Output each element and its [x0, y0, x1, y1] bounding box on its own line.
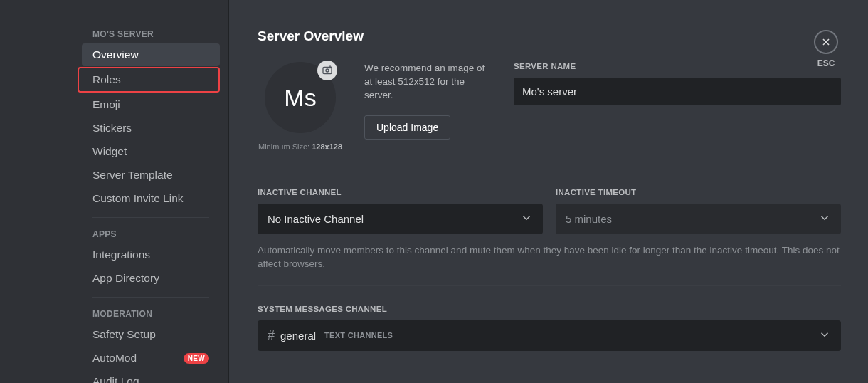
sidebar-divider [92, 217, 209, 218]
sidebar-item-label: Overview [92, 48, 139, 61]
sidebar-item-custom-invite[interactable]: Custom Invite Link [82, 187, 220, 210]
upload-image-icon[interactable] [317, 61, 337, 80]
upload-image-button[interactable]: Upload Image [364, 115, 450, 140]
inactive-help-text: Automatically move members to this chann… [258, 244, 841, 271]
divider [258, 285, 841, 286]
sidebar-divider [92, 297, 209, 298]
divider [258, 169, 841, 169]
sidebar-item-label: Roles [92, 73, 121, 86]
sidebar-item-automod[interactable]: AutoModNEW [82, 347, 220, 369]
system-channel-category: TEXT CHANNELS [324, 331, 393, 340]
sidebar-item-label: Audit Log [92, 375, 139, 383]
sidebar-item-label: Emoji [92, 98, 120, 111]
page-title: Server Overview [258, 28, 841, 44]
main-content: Server Overview Ms Minimum Size: 128x128… [229, 0, 868, 383]
chevron-down-icon [520, 211, 533, 226]
chevron-down-icon [818, 328, 831, 343]
sidebar-heading-server: MO'S SERVER [82, 25, 220, 43]
svg-point-1 [326, 69, 329, 72]
sidebar-heading-apps: APPS [82, 225, 220, 243]
sidebar-item-audit-log[interactable]: Audit Log [82, 370, 220, 383]
new-badge: NEW [184, 353, 209, 364]
close-label: ESC [817, 58, 835, 68]
inactive-timeout-select: 5 minutes [556, 204, 841, 234]
inactive-channel-label: INACTIVE CHANNEL [258, 188, 543, 196]
select-value: 5 minutes [566, 213, 612, 225]
system-messages-select[interactable]: # general TEXT CHANNELS [258, 320, 841, 351]
sidebar-item-emoji[interactable]: Emoji [82, 93, 220, 116]
select-value: No Inactive Channel [268, 213, 364, 225]
sidebar-item-widget[interactable]: Widget [82, 140, 220, 163]
system-channel-name: general [280, 330, 316, 342]
sidebar-item-label: App Directory [92, 272, 159, 285]
sidebar: MO'S SERVER Overview Roles Emoji Sticker… [0, 0, 229, 383]
sidebar-item-label: Stickers [92, 122, 132, 135]
server-name-label: SERVER NAME [514, 62, 841, 70]
sidebar-item-label: Server Template [92, 169, 173, 182]
sidebar-item-stickers[interactable]: Stickers [82, 117, 220, 140]
sidebar-item-server-template[interactable]: Server Template [82, 164, 220, 187]
server-avatar[interactable]: Ms [265, 62, 336, 133]
inactive-timeout-label: INACTIVE TIMEOUT [556, 188, 841, 196]
sidebar-heading-moderation: MODERATION [82, 305, 220, 323]
sidebar-item-label: Widget [92, 145, 127, 158]
close-icon [814, 30, 838, 54]
chevron-down-icon [818, 211, 831, 226]
sidebar-item-safety-setup[interactable]: Safety Setup [82, 323, 220, 346]
sidebar-item-overview[interactable]: Overview [82, 43, 220, 66]
sidebar-item-app-directory[interactable]: App Directory [82, 267, 220, 290]
close-button[interactable]: ESC [814, 30, 838, 68]
hash-icon: # [268, 328, 275, 343]
sidebar-item-integrations[interactable]: Integrations [82, 243, 220, 266]
server-name-input[interactable] [514, 78, 841, 105]
system-messages-label: SYSTEM MESSAGES CHANNEL [258, 305, 841, 313]
sidebar-item-roles[interactable]: Roles [78, 67, 220, 93]
sidebar-item-label: Custom Invite Link [92, 192, 184, 205]
min-size-text: Minimum Size: 128x128 [258, 142, 342, 151]
sidebar-item-label: AutoMod [92, 352, 137, 364]
avatar-initials: Ms [284, 84, 316, 112]
sidebar-item-label: Integrations [92, 248, 150, 261]
sidebar-item-label: Safety Setup [92, 328, 156, 341]
recommend-text: We recommend an image of at least 512x51… [364, 62, 492, 103]
inactive-channel-select[interactable]: No Inactive Channel [258, 204, 543, 234]
